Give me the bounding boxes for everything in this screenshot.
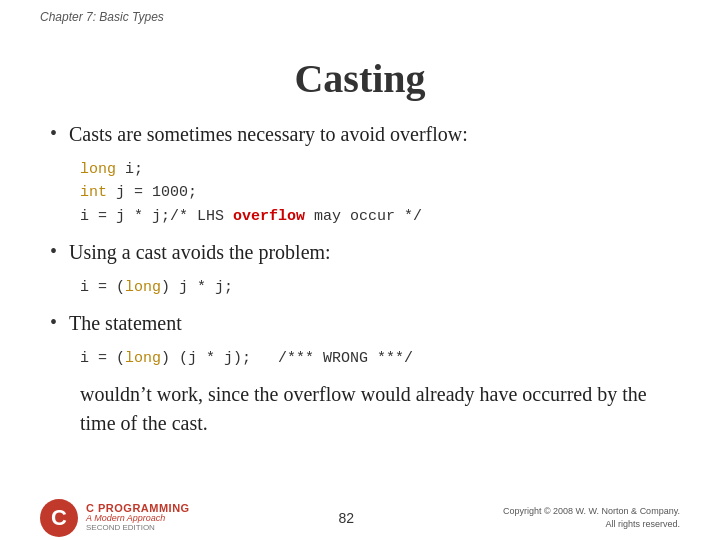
code-line-3a: i = (long) (j * j); /*** WRONG ***/	[80, 347, 670, 370]
slide: Chapter 7: Basic Types Casting • Casts a…	[0, 0, 720, 540]
slide-content: • Casts are sometimes necessary to avoid…	[0, 120, 720, 438]
code-block-1: long i; int j = 1000; i = j * j;/* LHS o…	[80, 158, 670, 228]
logo-edition: SECOND EDITION	[86, 524, 190, 533]
code-block-3: i = (long) (j * j); /*** WRONG ***/	[80, 347, 670, 370]
bullet-dot-3: •	[50, 311, 57, 334]
bullet-text-2: Using a cast avoids the problem:	[69, 238, 331, 266]
code-line-1c: i = j * j;/* LHS overflow may occur */	[80, 205, 670, 228]
code-line-1b: int j = 1000;	[80, 181, 670, 204]
bullet-text-1: Casts are sometimes necessary to avoid o…	[69, 120, 468, 148]
code-block-2: i = (long) j * j;	[80, 276, 670, 299]
footer-logo: C C PROGRAMMING A Modern Approach SECOND…	[40, 499, 190, 537]
bullet-1: • Casts are sometimes necessary to avoid…	[50, 120, 670, 148]
logo-text: C PROGRAMMING A Modern Approach SECOND E…	[86, 502, 190, 533]
bullet-dot-1: •	[50, 122, 57, 145]
bullet-2: • Using a cast avoids the problem:	[50, 238, 670, 266]
chapter-label: Chapter 7: Basic Types	[40, 10, 164, 24]
code-line-2a: i = (long) j * j;	[80, 276, 670, 299]
bullet-dot-2: •	[50, 240, 57, 263]
bullet-3: • The statement	[50, 309, 670, 337]
code-line-1a: long i;	[80, 158, 670, 181]
page-number: 82	[339, 510, 355, 526]
bullet-text-3: The statement	[69, 309, 182, 337]
footer: C C PROGRAMMING A Modern Approach SECOND…	[0, 495, 720, 540]
footer-copyright: Copyright © 2008 W. W. Norton & Company.…	[503, 505, 680, 530]
wrap-text: wouldn’t work, since the overflow would …	[80, 380, 670, 438]
c-logo: C	[40, 499, 78, 537]
